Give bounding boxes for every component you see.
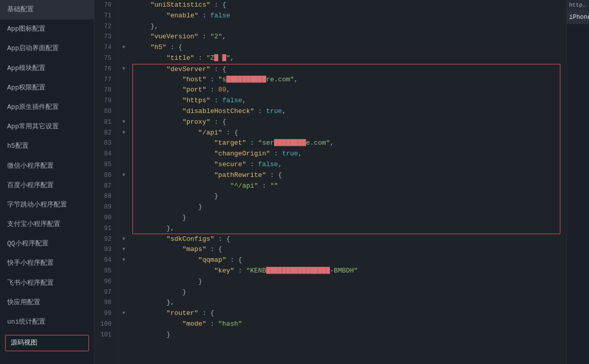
sidebar-item-app-icon[interactable]: App图标配置: [0, 19, 94, 39]
code-line: "key" : "KENB████████████████-BMBDH": [134, 266, 560, 277]
line-number: 77: [99, 75, 115, 85]
url-label: http://: [567, 0, 589, 11]
token: [134, 256, 198, 264]
line-number: 80: [99, 106, 115, 117]
fold-cell[interactable]: ▼: [119, 42, 128, 53]
sidebar-item-h5[interactable]: h5配置: [0, 136, 94, 156]
token: ,: [294, 76, 298, 83]
line-number: 85: [99, 160, 115, 170]
token: "s: [218, 76, 226, 83]
token: "Z: [206, 54, 214, 62]
token: [134, 43, 150, 51]
token: "/api": [198, 129, 222, 136]
token: :: [198, 12, 210, 19]
fold-cell: [119, 96, 128, 106]
fold-cell: [119, 0, 128, 11]
token: [134, 129, 198, 136]
code-line: "maps" : {: [134, 244, 560, 255]
token: [134, 65, 166, 73]
token: },: [134, 224, 174, 232]
code-content[interactable]: "uniStatistics" : { "enable" : false }, …: [128, 0, 567, 364]
line-number: 93: [99, 244, 115, 255]
code-line: "^/api" : "": [132, 181, 560, 192]
sidebar-item-uni-stats[interactable]: uni统计配置: [0, 312, 94, 332]
fold-cell: [119, 138, 128, 149]
line-number: 70: [99, 0, 115, 11]
token: false: [222, 97, 242, 104]
line-number: 97: [99, 287, 115, 298]
token: ,: [226, 86, 230, 94]
token: "uniStatistics": [150, 1, 210, 9]
sidebar-item-bytedance[interactable]: 字节跳动小程序配置: [0, 195, 94, 215]
fold-cell[interactable]: ▼: [119, 128, 128, 139]
token: :: [258, 182, 270, 190]
token: "KENB: [246, 267, 266, 275]
line-number: 100: [99, 319, 115, 330]
token: }: [134, 331, 170, 338]
code-line: }: [134, 277, 560, 287]
sidebar-item-source-view[interactable]: 源码视图: [5, 335, 89, 351]
token: "key": [214, 267, 234, 275]
token: "2": [210, 33, 222, 40]
token: }: [134, 203, 202, 211]
code-container[interactable]: 7071727374757677787980818283848586878889…: [95, 0, 567, 364]
fold-cell[interactable]: ▼: [119, 244, 128, 255]
fold-cell: [119, 202, 128, 213]
sidebar-item-kuaishou[interactable]: 快手小程序配置: [0, 254, 94, 273]
token: false: [258, 161, 278, 168]
token: 80: [218, 86, 226, 94]
sidebar-item-app-permission[interactable]: App权限配置: [0, 78, 94, 98]
token: :: [246, 161, 258, 168]
sidebar-item-basic[interactable]: 基础配置: [0, 0, 94, 19]
code-line: "router" : {: [134, 308, 560, 319]
fold-cell[interactable]: ▼: [119, 234, 128, 245]
code-line: }: [134, 330, 560, 340]
sidebar-item-baidu[interactable]: 百度小程序配置: [0, 176, 94, 195]
token: true: [266, 107, 282, 115]
token: [134, 309, 166, 317]
sidebar-item-qq[interactable]: QQ小程序配置: [0, 234, 94, 254]
fold-cell[interactable]: ▼: [119, 64, 128, 75]
token: : {: [214, 235, 230, 243]
token: [134, 12, 166, 19]
sidebar-item-wechat[interactable]: 微信小程序配置: [0, 156, 94, 176]
token: "hash": [218, 320, 242, 328]
sidebar-item-app-other[interactable]: App常用其它设置: [0, 117, 94, 136]
line-number: 78: [99, 85, 115, 96]
token: [134, 86, 183, 94]
sidebar-item-quickapp[interactable]: 快应用配置: [0, 293, 94, 312]
line-number: 82: [99, 128, 115, 139]
token: ,: [278, 161, 282, 168]
code-line: "disableHostCheck" : true,: [132, 106, 560, 117]
token: [134, 139, 214, 147]
sidebar-item-app-plugin[interactable]: App原生插件配置: [0, 98, 94, 117]
line-number: 89: [99, 202, 115, 213]
sidebar-item-app-module[interactable]: App模块配置: [0, 59, 94, 78]
fold-cell: [119, 85, 128, 96]
code-line: }: [132, 202, 560, 213]
fold-cell[interactable]: ▼: [119, 117, 128, 128]
code-line: "enable" : false: [134, 11, 560, 21]
token: : {: [166, 43, 182, 51]
fold-cell[interactable]: ▼: [119, 308, 128, 319]
token: "enable": [166, 12, 198, 19]
sidebar-item-feishu[interactable]: 飞书小程序配置: [0, 274, 94, 293]
code-line: },: [132, 223, 560, 234]
fold-cell[interactable]: ▼: [119, 255, 128, 266]
token: "h5": [150, 43, 166, 51]
token: "mode": [183, 320, 207, 328]
code-line: },: [134, 298, 560, 308]
fold-column: ▼▼▼▼▼▼▼▼▼: [119, 0, 128, 364]
token: ████████████████: [266, 267, 330, 275]
line-number: 92: [99, 234, 115, 245]
token: :: [198, 33, 210, 40]
fold-cell: [119, 298, 128, 308]
token: :: [194, 54, 206, 62]
fold-cell[interactable]: ▼: [119, 170, 128, 181]
code-line: "uniStatistics" : {: [134, 0, 560, 11]
code-line: }: [134, 287, 560, 298]
line-number: 86: [99, 170, 115, 181]
device-label[interactable]: iPhone: [567, 11, 589, 24]
sidebar-item-alipay[interactable]: 支付宝小程序配置: [0, 215, 94, 234]
sidebar-item-app-launch[interactable]: App启动界面配置: [0, 39, 94, 58]
